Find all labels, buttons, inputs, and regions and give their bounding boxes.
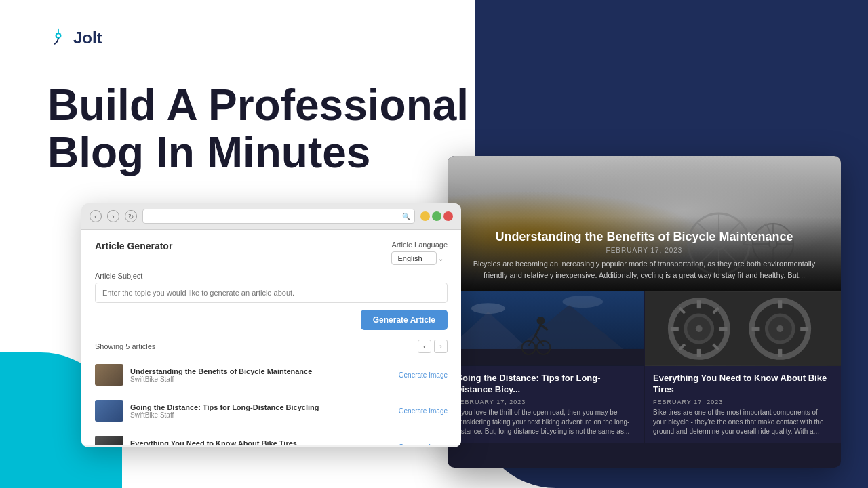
close-button[interactable]: [443, 211, 453, 221]
article-subject-input[interactable]: [95, 283, 448, 303]
articles-header: Showing 5 articles ‹ ›: [95, 340, 448, 353]
browser-window-controls: [420, 211, 453, 221]
browser-refresh-button[interactable]: ↻: [125, 210, 137, 222]
blog-card-title-1: Going the Distance: Tips for Long-Distan…: [456, 373, 635, 396]
articles-count: Showing 5 articles: [95, 342, 155, 350]
article-thumbnail-1: [95, 364, 123, 386]
svg-point-30: [537, 317, 545, 325]
blog-card-date-2: FEBRUARY 17, 2023: [653, 399, 833, 405]
article-info-1: Understanding the Benefits of Bicycle Ma…: [130, 367, 392, 383]
article-generator-browser: ‹ › ↻ 🔍 Article Generator Article Langua…: [81, 203, 461, 447]
blog-hero-text-overlay: Understanding the Benefits of Bicycle Ma…: [448, 216, 841, 291]
next-page-button[interactable]: ›: [434, 340, 448, 353]
article-list: Understanding the Benefits of Bicycle Ma…: [95, 360, 448, 445]
svg-point-51: [776, 325, 783, 332]
svg-line-4: [55, 41, 58, 44]
subject-label: Article Subject: [95, 272, 448, 280]
blog-card-1[interactable]: Going the Distance: Tips for Long-Distan…: [448, 291, 644, 447]
article-title-3: Everything You Need to Know About Bike T…: [130, 439, 392, 446]
svg-point-40: [696, 325, 703, 332]
generate-article-button[interactable]: Generate Article: [361, 310, 448, 330]
hero-title: Build A Professional Blog In Minutes: [47, 81, 469, 177]
form-header-row: Article Generator Article Language Engli…: [95, 241, 448, 265]
pagination-controls: ‹ ›: [418, 340, 448, 353]
search-icon: 🔍: [402, 213, 410, 220]
blog-hero-image: Understanding the Benefits of Bicycle Ma…: [448, 156, 841, 291]
tires-image-svg: [645, 291, 841, 366]
prev-page-button[interactable]: ‹: [418, 340, 431, 353]
browser-address-bar[interactable]: 🔍: [142, 209, 415, 224]
language-selector[interactable]: English: [391, 251, 448, 265]
svg-rect-25: [448, 349, 644, 366]
blog-preview-browser: Understanding the Benefits of Bicycle Ma…: [448, 156, 841, 468]
language-label: Article Language: [391, 241, 448, 249]
minimize-button[interactable]: [420, 211, 430, 221]
browser-back-button[interactable]: ‹: [90, 210, 102, 222]
logo-text: Jolt: [73, 28, 102, 47]
article-author-2: SwiftBike Staff: [130, 411, 392, 419]
logo-area: Jolt: [47, 27, 102, 49]
jolt-logo-icon: [47, 27, 69, 49]
blog-card-image-1: [448, 291, 644, 366]
generate-image-link-2[interactable]: Generate Image: [399, 407, 448, 415]
blog-card-image-2: [645, 291, 841, 366]
browser-content-left: Article Generator Article Language Engli…: [81, 230, 461, 445]
svg-point-1: [57, 34, 60, 37]
article-item: Understanding the Benefits of Bicycle Ma…: [95, 360, 448, 390]
blog-hero-date: FEBRUARY 17, 2023: [461, 247, 827, 254]
generate-image-link-3[interactable]: Generate Image: [399, 443, 448, 446]
blog-card-text-2: Everything You Need to Know About Bike T…: [645, 366, 841, 443]
hero-section: Build A Professional Blog In Minutes: [47, 81, 469, 177]
blog-card-excerpt-2: Bike tires are one of the most important…: [653, 408, 833, 436]
article-thumbnail-2: [95, 400, 123, 422]
article-thumbnail-3: [95, 436, 123, 445]
svg-point-29: [562, 296, 603, 308]
blog-card-title-2: Everything You Need to Know About Bike T…: [653, 373, 833, 396]
browser-toolbar-left: ‹ › ↻ 🔍: [81, 203, 461, 230]
blog-cards-section: Going the Distance: Tips for Long-Distan…: [448, 291, 841, 447]
article-item: Going the Distance: Tips for Long-Distan…: [95, 396, 448, 426]
blog-card-date-1: FEBRUARY 17, 2023: [456, 399, 635, 405]
blog-card-text-1: Going the Distance: Tips for Long-Distan…: [448, 366, 644, 443]
blog-main-title: Understanding the Benefits of Bicycle Ma…: [461, 230, 827, 244]
browser-forward-button[interactable]: ›: [107, 210, 119, 222]
maximize-button[interactable]: [432, 211, 441, 221]
article-gen-title-wrap: Article Generator: [95, 241, 172, 258]
article-author-1: SwiftBike Staff: [130, 375, 392, 383]
blog-hero-excerpt: Bicycles are becoming an increasingly po…: [461, 258, 827, 281]
article-item: Everything You Need to Know About Bike T…: [95, 432, 448, 445]
article-info-2: Going the Distance: Tips for Long-Distan…: [130, 403, 392, 419]
language-select-input[interactable]: English: [391, 251, 437, 265]
svg-point-28: [471, 303, 505, 314]
generate-image-link-1[interactable]: Generate Image: [399, 371, 448, 379]
blog-card-excerpt-1: If you love the thrill of the open road,…: [456, 408, 635, 436]
article-info-3: Everything You Need to Know About Bike T…: [130, 439, 392, 446]
article-title-1: Understanding the Benefits of Bicycle Ma…: [130, 367, 392, 375]
cyclist-silhouette-svg: [448, 291, 644, 366]
language-selector-wrap: Article Language English: [391, 241, 448, 265]
article-gen-title: Article Generator: [95, 241, 172, 251]
article-title-2: Going the Distance: Tips for Long-Distan…: [130, 403, 392, 411]
blog-card-2[interactable]: Everything You Need to Know About Bike T…: [645, 291, 841, 447]
